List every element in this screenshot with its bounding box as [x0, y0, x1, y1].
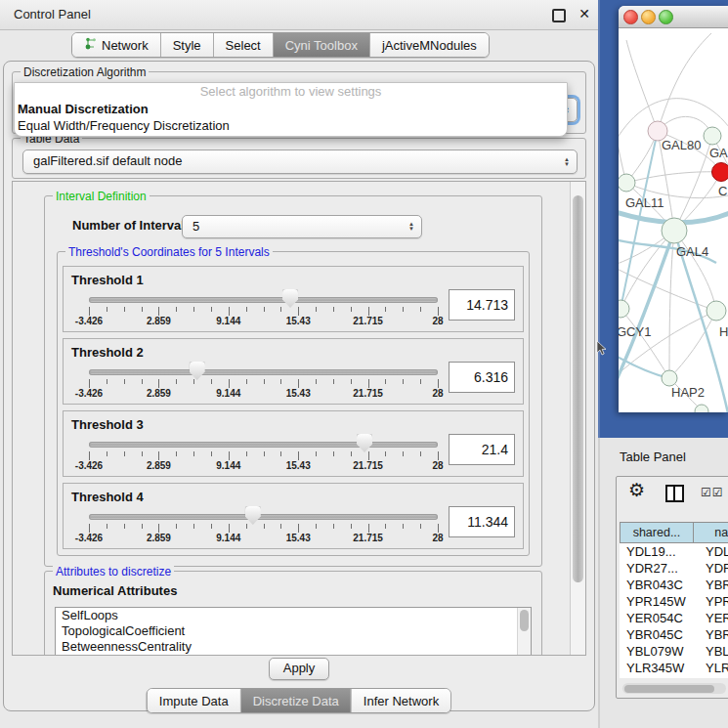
tab-network[interactable]: Network: [72, 33, 161, 57]
slider-tick-labels: -3.4262.8599.14415.4321.71528: [89, 316, 438, 327]
table-row[interactable]: YDL19...YDL19...: [620, 543, 728, 560]
algorithm-option-manual-discretization[interactable]: Manual Discretization: [15, 101, 567, 117]
attribute-item-selfloops[interactable]: SelfLoops: [56, 608, 531, 623]
attribute-item-betweennesscentrality[interactable]: BetweennessCentrality: [56, 639, 531, 655]
number-of-intervals-label: Number of Intervals: [72, 218, 192, 233]
threshold-value-field[interactable]: 21.4: [449, 434, 515, 465]
apply-button[interactable]: Apply: [269, 658, 329, 680]
table-row[interactable]: YER054CYER054C: [620, 610, 728, 626]
table-row[interactable]: YBR043CYBR043C: [620, 577, 728, 593]
table-cell: YBL079W: [620, 643, 699, 660]
algorithm-dropdown-popup: Select algorithm to view settingsManual …: [14, 82, 568, 137]
tab-style[interactable]: Style: [161, 33, 214, 57]
minimize-traffic-light-button[interactable]: [641, 10, 656, 24]
network-canvas[interactable]: GAL80GACGAL11GAL4GCY1HHAP2: [619, 28, 728, 412]
network-node-green[interactable]: [662, 370, 677, 386]
attributes-list-items: SelfLoopsTopologicalCoefficientBetweenne…: [56, 608, 531, 655]
tab-discretize-data[interactable]: Discretize Data: [241, 689, 352, 712]
threshold-label: Threshold 3: [71, 417, 144, 432]
network-node-green[interactable]: [662, 218, 687, 243]
table-cell: YDR27...: [699, 560, 728, 577]
attributes-scrollbar-thumb[interactable]: [520, 610, 529, 631]
threshold-value-field[interactable]: 6.316: [449, 362, 515, 393]
threshold-slider-track[interactable]: [89, 369, 438, 375]
table-cell: YBR045C: [699, 626, 728, 643]
attribute-item-topologicalcoefficient[interactable]: TopologicalCoefficient: [56, 623, 531, 639]
thresholds-group: Threshold's Coordinates for 5 Intervals …: [57, 251, 530, 556]
network-node-red[interactable]: [712, 163, 728, 182]
network-edge[interactable]: [626, 40, 658, 131]
threshold-slider-thumb[interactable]: [357, 434, 372, 452]
table-panel: Table Panel ⚙ ☑☑ shared...name YDL19...Y…: [598, 438, 728, 728]
tab-label: Network: [102, 38, 149, 53]
network-canvas-svg: GAL80GACGAL11GAL4GCY1HHAP2: [619, 28, 728, 412]
thresholds-group-title: Threshold's Coordinates for 5 Intervals: [65, 245, 273, 259]
tab-select[interactable]: Select: [214, 33, 274, 57]
table-panel-inner: ⚙ ☑☑ shared...name YDL19...YDL19...YDR27…: [616, 476, 728, 699]
settings-scroll-viewport: Interval Definition Number of Intervals …: [12, 181, 586, 656]
node-table: shared...name YDL19...YDL19...YDR27...YD…: [620, 522, 728, 678]
node-label: GAL80: [662, 138, 701, 152]
zoom-traffic-light-button[interactable]: [659, 10, 673, 24]
select-columns-icon[interactable]: ☑☑: [701, 486, 724, 499]
tab-infer-network[interactable]: Infer Network: [352, 689, 450, 712]
slider-tick-labels: -3.4262.8599.14415.4321.71528: [89, 388, 438, 400]
network-edge[interactable]: [626, 172, 721, 183]
threshold-slider-thumb[interactable]: [190, 362, 205, 380]
number-of-intervals-combobox[interactable]: 5 ▲▼: [182, 215, 422, 238]
tab-impute-data[interactable]: Impute Data: [148, 689, 241, 712]
table-header-row: shared...name: [620, 522, 728, 543]
threshold-slider-track[interactable]: [89, 297, 438, 303]
node-label: H: [719, 324, 728, 339]
table-data-combobox[interactable]: galFiltered.sif default node ▲▼: [22, 150, 578, 174]
slider-tick-labels: -3.4262.8599.14415.4321.71528: [89, 460, 438, 472]
node-label: GA: [709, 146, 728, 160]
settings-scrollbar-thumb[interactable]: [573, 195, 583, 582]
threshold-value-field[interactable]: 11.344: [449, 506, 515, 537]
split-pane-icon[interactable]: [665, 485, 684, 502]
network-edge[interactable]: [621, 309, 669, 378]
tab-jactivemnodules[interactable]: jActiveMNodules: [370, 33, 489, 57]
network-node-green[interactable]: [704, 127, 721, 145]
gear-icon[interactable]: ⚙: [628, 479, 645, 501]
threshold-value-field[interactable]: 14.713: [449, 289, 515, 321]
threshold-row-1: Threshold 1-3.4262.8599.14415.4321.71528…: [63, 266, 524, 332]
node-label: GAL4: [676, 244, 708, 259]
close-window-button[interactable]: ✕: [578, 0, 590, 28]
table-row[interactable]: YBR045CYBR045C: [620, 626, 728, 643]
threshold-slider-track[interactable]: [89, 514, 438, 520]
cyni-toolbox-panel: Discretization Algorithm ▲▼ Table Data g…: [3, 61, 595, 711]
table-cell: YER054C: [620, 610, 699, 626]
attributes-list-scrollbar[interactable]: [517, 608, 531, 656]
network-node-green[interactable]: [619, 174, 635, 192]
table-row[interactable]: YIL052CYIL052C: [620, 676, 728, 678]
settings-vertical-scrollbar[interactable]: [570, 182, 585, 655]
table-row[interactable]: YBL079WYBL079W: [620, 643, 728, 660]
table-horizontal-scrollbar[interactable]: [622, 683, 726, 694]
tab-cyni-toolbox[interactable]: Cyni Toolbox: [274, 33, 370, 57]
threshold-slider-thumb[interactable]: [245, 506, 261, 525]
table-cell: YPR145W: [620, 593, 699, 610]
threshold-slider-track[interactable]: [89, 442, 438, 448]
threshold-slider-thumb[interactable]: [282, 289, 298, 308]
table-row[interactable]: YDR27...YDR27...: [620, 560, 728, 577]
table-hscrollbar-thumb[interactable]: [624, 685, 714, 693]
tab-label: jActiveMNodules: [382, 38, 477, 53]
slider-tick-labels: -3.4262.8599.14415.4321.71528: [89, 533, 438, 544]
table-cell: YDL19...: [699, 543, 728, 560]
network-icon: [84, 37, 97, 53]
column-header-shared[interactable]: shared...: [620, 522, 694, 543]
network-node-green[interactable]: [707, 301, 726, 321]
table-row[interactable]: YLR345WYLR345W: [620, 660, 728, 676]
table-cell: YIL052C: [699, 676, 728, 678]
table-row[interactable]: YPR145WYPR145W: [620, 593, 728, 610]
thresholds-container: Threshold 1-3.4262.8599.14415.4321.71528…: [58, 266, 524, 549]
float-window-button[interactable]: [552, 9, 566, 22]
attributes-group-title: Attributes to discretize: [53, 565, 174, 578]
algorithm-option-equal-width-frequency-discretization[interactable]: Equal Width/Frequency Discretization: [15, 117, 567, 134]
numerical-attributes-list[interactable]: SelfLoopsTopologicalCoefficientBetweenne…: [55, 607, 532, 656]
column-header-name[interactable]: name: [694, 522, 728, 543]
network-node-green[interactable]: [619, 300, 629, 318]
network-edge[interactable]: [669, 231, 674, 378]
close-traffic-light-button[interactable]: [623, 10, 638, 24]
